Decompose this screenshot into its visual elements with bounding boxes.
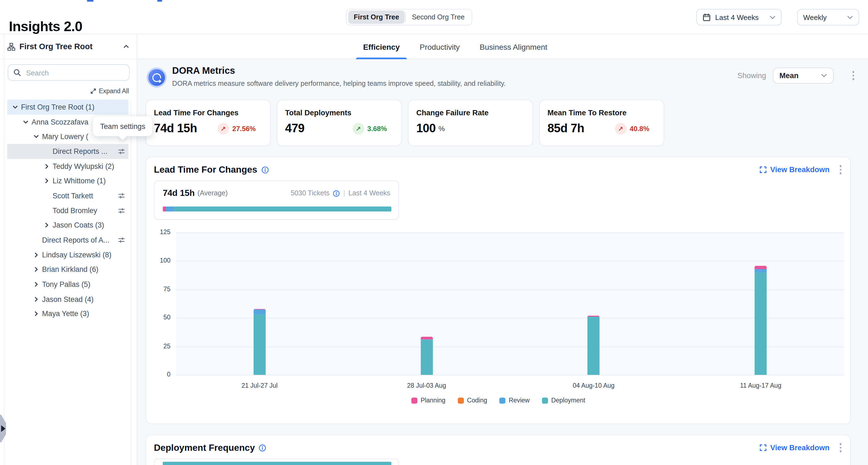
tab-efficiency[interactable]: Efficiency xyxy=(356,34,407,59)
kebab-menu-icon[interactable] xyxy=(852,71,854,80)
tree-item-label: Jason Coats (3) xyxy=(53,221,125,229)
cutoff-link-fragment xyxy=(87,0,93,1)
metric-card-total-deployments: Total Deployments479↗3.68% xyxy=(277,100,402,146)
chevron-down-icon[interactable] xyxy=(33,133,39,140)
team-settings-icon[interactable] xyxy=(118,237,125,244)
chevron-right-icon[interactable] xyxy=(33,311,39,317)
view-breakdown-link[interactable]: View Breakdown xyxy=(760,443,830,452)
legend-item-planning[interactable]: Planning xyxy=(411,397,445,404)
deployment-frequency-panel: Deployment Frequency View Breakdown xyxy=(146,435,851,465)
date-range-select[interactable]: Last 4 Weeks xyxy=(696,9,782,25)
metric-card-title: Mean Time To Restore xyxy=(547,108,656,117)
chevron-right-icon[interactable] xyxy=(33,252,39,258)
gridline xyxy=(176,261,844,261)
tree-item-jason-stead-4[interactable]: Jason Stead (4) xyxy=(7,292,128,307)
lead-time-panel: Lead Time For Changes View Breakdown 74d… xyxy=(146,157,851,424)
tree-item-tony-pallas-5[interactable]: Tony Pallas (5) xyxy=(7,277,128,292)
x-axis-label: 21 Jul-27 Jul xyxy=(215,382,304,389)
org-hierarchy-icon xyxy=(7,42,15,51)
trend-badge: ↗40.8% xyxy=(615,123,650,135)
dora-metrics-header: DORA Metrics DORA metrics measure softwa… xyxy=(137,59,868,100)
tree-item-todd-bromley[interactable]: Todd Bromley xyxy=(7,203,128,218)
tree-item-direct-reports[interactable]: Direct Reports ... xyxy=(7,144,128,159)
average-value: 74d 15h xyxy=(163,188,195,198)
metric-card-title: Total Deployments xyxy=(285,108,394,117)
y-axis-label: 100 xyxy=(146,257,170,264)
tree-item-label: Direct Reports ... xyxy=(53,147,116,155)
granularity-select[interactable]: Weekly xyxy=(797,9,859,25)
tooltip-label: Team settings xyxy=(100,122,145,130)
avg-bar-segment-review xyxy=(166,207,175,212)
chevron-right-icon[interactable] xyxy=(33,281,39,287)
trend-up-icon: ↗ xyxy=(615,123,626,135)
lead-time-panel-title: Lead Time For Changes xyxy=(154,164,257,175)
showing-label: Showing xyxy=(738,71,766,80)
tree-item-brian-kirkland-6[interactable]: Brian Kirkland (6) xyxy=(7,262,128,277)
showing-mean-select[interactable]: Mean xyxy=(773,67,834,84)
team-settings-icon[interactable] xyxy=(118,207,125,214)
legend-item-review[interactable]: Review xyxy=(499,397,530,404)
info-icon[interactable] xyxy=(259,444,266,451)
chevron-up-icon[interactable] xyxy=(123,43,129,50)
team-settings-icon[interactable] xyxy=(118,148,125,155)
insights-dashboard: Insights 2.0 First Org Tree Second Org T… xyxy=(0,0,868,465)
team-settings-icon[interactable] xyxy=(118,192,125,199)
average-stacked-bar xyxy=(163,207,392,212)
chevron-right-icon[interactable] xyxy=(33,267,39,273)
chevron-right-icon[interactable] xyxy=(44,178,50,184)
y-axis-label: 75 xyxy=(146,285,170,292)
gridline xyxy=(176,346,844,347)
dora-title: DORA Metrics xyxy=(172,65,235,76)
tree-item-teddy-wylupski-2[interactable]: Teddy Wylupski (2) xyxy=(7,159,128,174)
chevron-down-icon[interactable] xyxy=(12,104,18,110)
info-icon[interactable] xyxy=(333,190,340,197)
tree-item-first-org-tree-root-1[interactable]: First Org Tree Root (1) xyxy=(7,100,128,115)
dora-description: DORA metrics measure software delivery p… xyxy=(172,80,505,87)
sidebar-scrollbar[interactable] xyxy=(130,100,131,465)
chevron-right-icon[interactable] xyxy=(44,163,50,169)
chevron-right-icon[interactable] xyxy=(33,296,39,302)
tree-item-label: Lindsay Liszewski (8) xyxy=(42,251,125,259)
expand-all-button[interactable]: Expand All xyxy=(90,87,129,94)
average-summary-card: 74d 15h (Average) 5030 Tickets | Last 4 … xyxy=(154,181,399,220)
page-title: Insights 2.0 xyxy=(9,18,82,34)
chevron-down-icon[interactable] xyxy=(23,119,29,125)
tab-productivity[interactable]: Productivity xyxy=(412,34,467,59)
tickets-count: 5030 Tickets xyxy=(290,189,330,197)
legend-label: Deployment xyxy=(551,397,585,404)
sidebar-root-label: First Org Tree Root xyxy=(20,42,93,51)
tree-item-lindsay-liszewski-8[interactable]: Lindsay Liszewski (8) xyxy=(7,248,128,262)
tree-item-scott-tarkett[interactable]: Scott Tarkett xyxy=(7,188,128,203)
bar-segment-deployment xyxy=(421,340,433,375)
legend-item-deployment[interactable]: Deployment xyxy=(542,397,585,404)
view-breakdown-link[interactable]: View Breakdown xyxy=(760,165,830,174)
avg-bar-segment-deployment xyxy=(175,207,392,212)
tree-item-jason-coats-3[interactable]: Jason Coats (3) xyxy=(7,218,128,233)
kebab-menu-icon[interactable] xyxy=(840,165,841,174)
kebab-menu-icon[interactable] xyxy=(840,443,841,452)
expand-corners-icon xyxy=(760,166,767,173)
dora-cycle-icon xyxy=(147,67,166,87)
legend-item-coding[interactable]: Coding xyxy=(458,397,487,404)
metric-card-value: 100 xyxy=(416,122,436,136)
search-input[interactable] xyxy=(25,68,124,77)
toggle-first-org-tree[interactable]: First Org Tree xyxy=(348,11,405,24)
bar-11-aug-17-aug xyxy=(755,266,767,375)
trend-delta: 40.8% xyxy=(630,125,650,132)
tree-item-label: Brian Kirkland (6) xyxy=(42,266,125,274)
legend-swatch xyxy=(542,397,548,403)
tree-item-direct-reports-of-a[interactable]: Direct Reports of A... xyxy=(7,233,128,248)
trend-badge: ↗27.56% xyxy=(217,123,256,135)
date-range-value: Last 4 Weeks xyxy=(715,13,759,21)
tree-item-maya-yette-3[interactable]: Maya Yette (3) xyxy=(7,307,128,321)
bar-segment-deployment xyxy=(588,317,600,375)
tab-bar: Efficiency Productivity Business Alignme… xyxy=(137,34,868,59)
calendar-icon xyxy=(703,13,711,21)
toggle-second-org-tree[interactable]: Second Org Tree xyxy=(406,11,470,24)
sidebar-search[interactable] xyxy=(8,64,129,81)
info-icon[interactable] xyxy=(261,166,269,174)
cutoff-link-fragment xyxy=(157,0,162,1)
chevron-right-icon[interactable] xyxy=(44,222,50,228)
tab-business-alignment[interactable]: Business Alignment xyxy=(472,34,554,59)
tree-item-liz-whittome-1[interactable]: Liz Whittome (1) xyxy=(7,174,128,188)
